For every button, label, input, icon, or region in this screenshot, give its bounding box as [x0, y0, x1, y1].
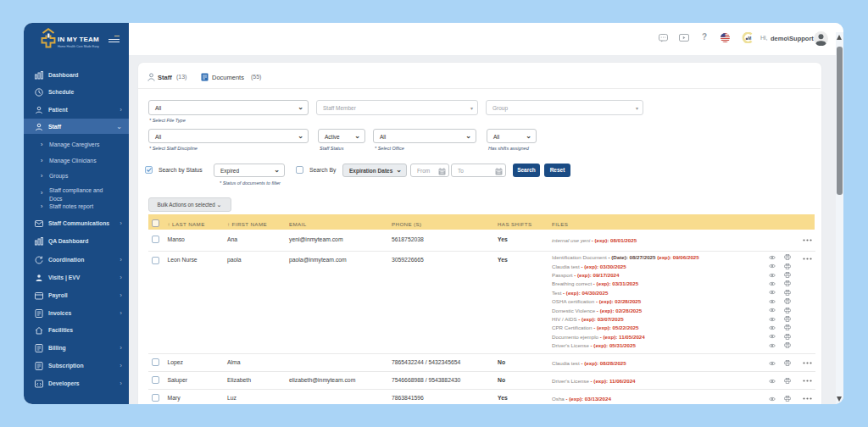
- svg-text:■M: ■M: [746, 36, 752, 41]
